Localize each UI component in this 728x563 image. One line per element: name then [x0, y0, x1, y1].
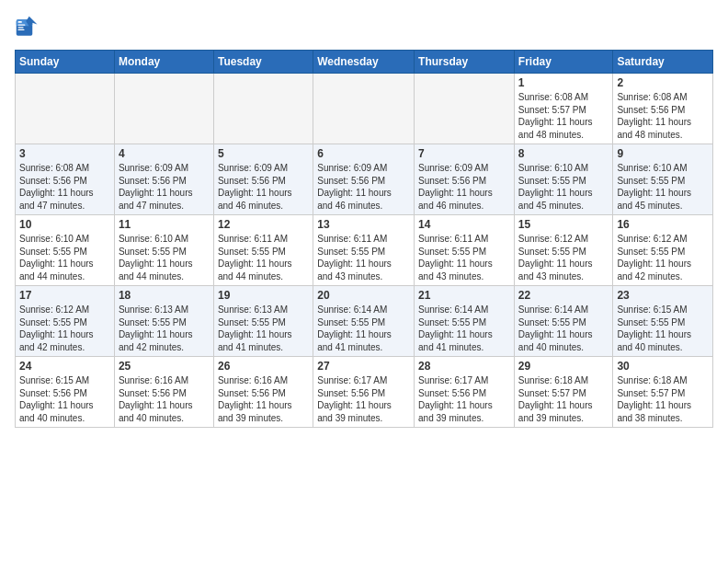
weekday-header-row: SundayMondayTuesdayWednesdayThursdayFrid… [16, 51, 713, 74]
day-number: 13 [317, 218, 410, 231]
day-info: Sunrise: 6:09 AM Sunset: 5:56 PM Dayligh… [418, 162, 510, 212]
calendar-cell [213, 74, 313, 144]
calendar-cell: 4Sunrise: 6:09 AM Sunset: 5:56 PM Daylig… [114, 144, 213, 215]
calendar-cell [415, 74, 515, 144]
day-info: Sunrise: 6:10 AM Sunset: 5:55 PM Dayligh… [19, 233, 110, 282]
calendar-cell: 27Sunrise: 6:17 AM Sunset: 5:56 PM Dayli… [313, 357, 415, 428]
day-number: 9 [617, 147, 709, 160]
calendar-cell: 28Sunrise: 6:17 AM Sunset: 5:56 PM Dayli… [415, 357, 515, 428]
calendar-cell: 9Sunrise: 6:10 AM Sunset: 5:55 PM Daylig… [613, 144, 713, 215]
logo [15, 15, 44, 40]
day-info: Sunrise: 6:12 AM Sunset: 5:55 PM Dayligh… [617, 233, 709, 282]
calendar-cell: 24Sunrise: 6:15 AM Sunset: 5:56 PM Dayli… [16, 357, 115, 428]
day-info: Sunrise: 6:10 AM Sunset: 5:55 PM Dayligh… [119, 233, 210, 282]
day-info: Sunrise: 6:10 AM Sunset: 5:55 PM Dayligh… [518, 162, 609, 212]
day-number: 25 [119, 360, 210, 373]
day-number: 14 [418, 218, 510, 231]
week-row-5: 24Sunrise: 6:15 AM Sunset: 5:56 PM Dayli… [16, 357, 713, 428]
svg-rect-3 [18, 21, 22, 23]
calendar-cell [114, 74, 213, 144]
calendar-cell: 22Sunrise: 6:14 AM Sunset: 5:55 PM Dayli… [514, 286, 613, 357]
day-number: 28 [418, 360, 510, 373]
weekday-header-tuesday: Tuesday [213, 51, 313, 74]
calendar-cell: 25Sunrise: 6:16 AM Sunset: 5:56 PM Dayli… [114, 357, 213, 428]
calendar: SundayMondayTuesdayWednesdayThursdayFrid… [15, 50, 713, 428]
svg-rect-4 [18, 25, 26, 26]
day-info: Sunrise: 6:18 AM Sunset: 5:57 PM Dayligh… [518, 374, 609, 424]
logo-icon [15, 15, 40, 40]
day-number: 7 [418, 147, 510, 160]
calendar-cell: 17Sunrise: 6:12 AM Sunset: 5:55 PM Dayli… [16, 286, 115, 357]
day-info: Sunrise: 6:11 AM Sunset: 5:55 PM Dayligh… [317, 233, 410, 282]
day-info: Sunrise: 6:16 AM Sunset: 5:56 PM Dayligh… [218, 374, 309, 424]
day-number: 3 [19, 147, 110, 160]
day-info: Sunrise: 6:11 AM Sunset: 5:55 PM Dayligh… [418, 233, 510, 282]
day-number: 4 [119, 147, 210, 160]
calendar-cell: 26Sunrise: 6:16 AM Sunset: 5:56 PM Dayli… [213, 357, 313, 428]
calendar-cell: 18Sunrise: 6:13 AM Sunset: 5:55 PM Dayli… [114, 286, 213, 357]
day-info: Sunrise: 6:14 AM Sunset: 5:55 PM Dayligh… [418, 304, 510, 353]
calendar-cell: 15Sunrise: 6:12 AM Sunset: 5:55 PM Dayli… [514, 215, 613, 286]
day-info: Sunrise: 6:17 AM Sunset: 5:56 PM Dayligh… [418, 374, 510, 424]
calendar-cell [16, 74, 115, 144]
week-row-1: 1Sunrise: 6:08 AM Sunset: 5:57 PM Daylig… [16, 74, 713, 144]
calendar-cell: 29Sunrise: 6:18 AM Sunset: 5:57 PM Dayli… [514, 357, 613, 428]
day-info: Sunrise: 6:14 AM Sunset: 5:55 PM Dayligh… [518, 304, 609, 353]
calendar-cell: 14Sunrise: 6:11 AM Sunset: 5:55 PM Dayli… [415, 215, 515, 286]
day-number: 17 [19, 289, 110, 302]
calendar-cell: 1Sunrise: 6:08 AM Sunset: 5:57 PM Daylig… [514, 74, 613, 144]
day-number: 8 [518, 147, 609, 160]
day-number: 10 [19, 218, 110, 231]
calendar-cell: 11Sunrise: 6:10 AM Sunset: 5:55 PM Dayli… [114, 215, 213, 286]
day-number: 29 [518, 360, 609, 373]
day-number: 6 [317, 147, 410, 160]
calendar-cell: 30Sunrise: 6:18 AM Sunset: 5:57 PM Dayli… [613, 357, 713, 428]
calendar-cell: 7Sunrise: 6:09 AM Sunset: 5:56 PM Daylig… [415, 144, 515, 215]
week-row-3: 10Sunrise: 6:10 AM Sunset: 5:55 PM Dayli… [16, 215, 713, 286]
weekday-header-thursday: Thursday [415, 51, 515, 74]
calendar-cell: 6Sunrise: 6:09 AM Sunset: 5:56 PM Daylig… [313, 144, 415, 215]
svg-rect-5 [18, 27, 24, 28]
day-info: Sunrise: 6:13 AM Sunset: 5:55 PM Dayligh… [218, 304, 309, 353]
day-number: 5 [218, 147, 309, 160]
calendar-cell: 20Sunrise: 6:14 AM Sunset: 5:55 PM Dayli… [313, 286, 415, 357]
calendar-cell: 5Sunrise: 6:09 AM Sunset: 5:56 PM Daylig… [213, 144, 313, 215]
day-number: 30 [617, 360, 709, 373]
day-info: Sunrise: 6:15 AM Sunset: 5:55 PM Dayligh… [617, 304, 709, 353]
day-number: 23 [617, 289, 709, 302]
calendar-cell: 16Sunrise: 6:12 AM Sunset: 5:55 PM Dayli… [613, 215, 713, 286]
day-info: Sunrise: 6:17 AM Sunset: 5:56 PM Dayligh… [317, 374, 410, 424]
day-info: Sunrise: 6:18 AM Sunset: 5:57 PM Dayligh… [617, 374, 709, 424]
day-info: Sunrise: 6:09 AM Sunset: 5:56 PM Dayligh… [119, 162, 210, 212]
calendar-cell: 8Sunrise: 6:10 AM Sunset: 5:55 PM Daylig… [514, 144, 613, 215]
day-info: Sunrise: 6:11 AM Sunset: 5:55 PM Dayligh… [218, 233, 309, 282]
weekday-header-saturday: Saturday [613, 51, 713, 74]
day-number: 24 [19, 360, 110, 373]
day-info: Sunrise: 6:12 AM Sunset: 5:55 PM Dayligh… [518, 233, 609, 282]
day-number: 26 [218, 360, 309, 373]
day-number: 20 [317, 289, 410, 302]
week-row-2: 3Sunrise: 6:08 AM Sunset: 5:56 PM Daylig… [16, 144, 713, 215]
calendar-cell: 3Sunrise: 6:08 AM Sunset: 5:56 PM Daylig… [16, 144, 115, 215]
day-number: 19 [218, 289, 309, 302]
day-number: 16 [617, 218, 709, 231]
day-info: Sunrise: 6:08 AM Sunset: 5:56 PM Dayligh… [617, 91, 709, 141]
calendar-cell [313, 74, 415, 144]
day-number: 18 [119, 289, 210, 302]
day-info: Sunrise: 6:10 AM Sunset: 5:55 PM Dayligh… [617, 162, 709, 212]
week-row-4: 17Sunrise: 6:12 AM Sunset: 5:55 PM Dayli… [16, 286, 713, 357]
calendar-cell: 2Sunrise: 6:08 AM Sunset: 5:56 PM Daylig… [613, 74, 713, 144]
day-number: 21 [418, 289, 510, 302]
day-info: Sunrise: 6:08 AM Sunset: 5:56 PM Dayligh… [19, 162, 110, 212]
weekday-header-wednesday: Wednesday [313, 51, 415, 74]
day-number: 27 [317, 360, 410, 373]
day-info: Sunrise: 6:16 AM Sunset: 5:56 PM Dayligh… [119, 374, 210, 424]
day-number: 22 [518, 289, 609, 302]
svg-rect-6 [18, 29, 25, 30]
day-info: Sunrise: 6:14 AM Sunset: 5:55 PM Dayligh… [317, 304, 410, 353]
header [15, 15, 713, 40]
day-number: 12 [218, 218, 309, 231]
day-info: Sunrise: 6:15 AM Sunset: 5:56 PM Dayligh… [19, 374, 110, 424]
calendar-cell: 19Sunrise: 6:13 AM Sunset: 5:55 PM Dayli… [213, 286, 313, 357]
day-number: 1 [518, 76, 609, 89]
